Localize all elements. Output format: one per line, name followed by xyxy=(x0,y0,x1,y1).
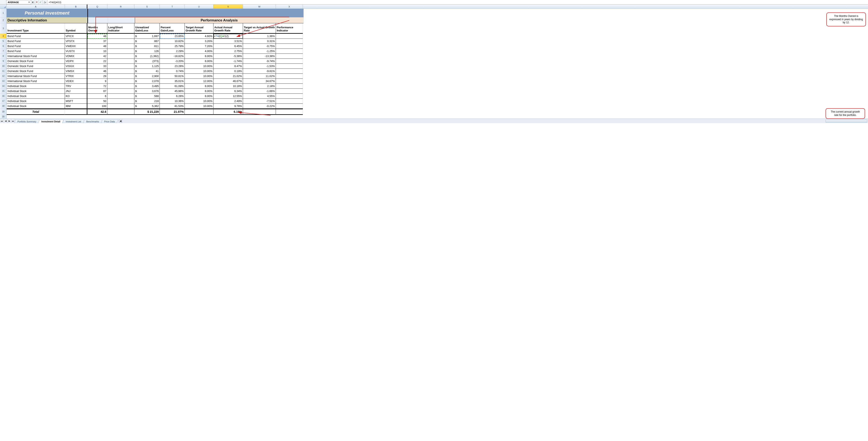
cell-investment-type[interactable]: Individual Stock xyxy=(7,94,65,99)
cell-pct-gain[interactable]: 23.28% xyxy=(160,64,185,69)
sheet-tab[interactable]: Investment List xyxy=(62,120,85,123)
cell-target-vs-actual[interactable]: -1.53% xyxy=(243,64,276,69)
cell-actual-growth-editing[interactable]: =T4/(Q4/12) xyxy=(214,34,243,39)
cell-pct-gain[interactable]: 6.28% xyxy=(160,94,185,99)
col-header-X[interactable]: X xyxy=(276,5,303,8)
cell-gain-loss[interactable]: $126 xyxy=(134,49,160,54)
cell-symbol[interactable]: VDMIX xyxy=(65,54,87,59)
cell-investment-type[interactable]: Bond Fund xyxy=(7,34,65,39)
cell-symbol[interactable]: VUSTX xyxy=(65,49,87,54)
col-header-U[interactable]: U xyxy=(185,5,214,8)
cell-investment-type[interactable]: Individual Stock xyxy=(7,84,65,89)
row-header[interactable]: 18 xyxy=(0,104,7,109)
cell-target-vs-actual[interactable]: 34.67% xyxy=(243,79,276,84)
cell-perf-indicator[interactable] xyxy=(276,79,303,84)
cell-long-short[interactable] xyxy=(107,49,134,54)
row-header[interactable]: 16 xyxy=(0,94,7,99)
cell-perf-indicator[interactable] xyxy=(276,99,303,104)
cell-pct-gain[interactable]: -18.82% xyxy=(160,54,185,59)
cell-months-owned[interactable]: 6 xyxy=(87,94,107,99)
cell-symbol[interactable]: VWEHX xyxy=(65,44,87,49)
cell-investment-type[interactable]: International Stock Fund xyxy=(7,74,65,79)
cell-actual-growth[interactable]: 0.19% xyxy=(214,69,243,74)
cell-investment-type[interactable]: International Stock Fund xyxy=(7,54,65,59)
cell-gain-loss[interactable]: $2,078 xyxy=(134,79,160,84)
cell-investment-type[interactable]: Individual Stock xyxy=(7,104,65,109)
cell-target-vs-actual[interactable]: -9.74% xyxy=(243,59,276,64)
cell-long-short[interactable] xyxy=(107,64,134,69)
cell-target-vs-actual[interactable]: -1.25% xyxy=(243,49,276,54)
cell-perf-indicator[interactable] xyxy=(276,44,303,49)
row-header[interactable]: 17 xyxy=(0,99,7,104)
cell-target-vs-actual[interactable]: -7.51% xyxy=(243,99,276,104)
chevron-down-icon[interactable]: ▾ xyxy=(29,1,30,3)
cell-gain-loss[interactable]: $1,125 xyxy=(134,64,160,69)
cell-pct-gain[interactable]: 10.36% xyxy=(160,99,185,104)
cell-target-growth[interactable]: 8.00% xyxy=(185,59,214,64)
cell-long-short[interactable] xyxy=(107,84,134,89)
cell-long-short[interactable] xyxy=(107,39,134,44)
row-header[interactable]: 1 xyxy=(0,9,7,18)
cell-target-growth[interactable]: 3.20% xyxy=(185,39,214,44)
cell-symbol[interactable]: MSFT xyxy=(65,99,87,104)
cell-symbol[interactable]: VEIEX xyxy=(65,79,87,84)
cell-gain-loss[interactable]: $218 xyxy=(134,99,160,104)
cell-gain-loss[interactable]: $5,362 xyxy=(134,104,160,109)
cell-perf-indicator[interactable] xyxy=(276,54,303,59)
cell-actual-growth[interactable]: 3.51% xyxy=(214,39,243,44)
cell-target-growth[interactable]: 8.00% xyxy=(185,94,214,99)
cell-pct-gain[interactable]: 0.74% xyxy=(160,69,185,74)
cell-long-short[interactable] xyxy=(107,104,134,109)
cell-long-short[interactable] xyxy=(107,54,134,59)
cell-long-short[interactable] xyxy=(107,74,134,79)
cell-long-short[interactable] xyxy=(107,99,134,104)
cell-investment-type[interactable]: Bond Fund xyxy=(7,44,65,49)
cell-target-vs-actual[interactable]: -13.38% xyxy=(243,54,276,59)
cell-actual-growth[interactable]: 46.67% xyxy=(214,79,243,84)
cell-symbol[interactable]: VISGX xyxy=(65,64,87,69)
hscroll-left-icon[interactable]: ◀ xyxy=(119,119,122,123)
row-header[interactable]: 12 xyxy=(0,74,7,79)
cell-perf-indicator[interactable] xyxy=(276,69,303,74)
cancel-icon[interactable]: ✕ xyxy=(35,0,39,4)
cell-pct-gain[interactable]: 45.98% xyxy=(160,89,185,94)
cell-target-vs-actual[interactable]: 0.31% xyxy=(243,39,276,44)
cell-perf-indicator[interactable] xyxy=(276,84,303,89)
fx-icon[interactable]: ƒx xyxy=(42,0,48,4)
cell-actual-growth[interactable]: 9.78% xyxy=(214,104,243,109)
cell-investment-type[interactable]: Individual Stock xyxy=(7,99,65,104)
cell-pct-gain[interactable]: 81.53% xyxy=(160,104,185,109)
cell-months-owned[interactable]: 42 xyxy=(87,54,107,59)
cell-symbol[interactable]: VFSTX xyxy=(65,39,87,44)
row-header[interactable]: 5 xyxy=(0,39,7,44)
cell-target-vs-actual[interactable]: -9.81% xyxy=(243,69,276,74)
cell-pct-gain[interactable]: 2.29% xyxy=(160,49,185,54)
cell-target-growth[interactable]: 4.00% xyxy=(185,49,214,54)
cell-long-short[interactable] xyxy=(107,34,134,39)
cell-months-owned[interactable]: 37 xyxy=(87,39,107,44)
cell-target-vs-actual[interactable]: -0.75% xyxy=(243,44,276,49)
cell-target-growth[interactable]: 12.00% xyxy=(185,79,214,84)
row-header[interactable]: 9 xyxy=(0,59,7,64)
cell-months-owned[interactable]: 48 xyxy=(87,44,107,49)
cell-actual-growth[interactable]: -5.38% xyxy=(214,54,243,59)
row-header[interactable]: 2 xyxy=(0,18,7,23)
cell-gain-loss[interactable]: $811 xyxy=(134,44,160,49)
cell-pct-gain[interactable]: 10.82% xyxy=(160,39,185,44)
col-header-T[interactable]: T xyxy=(160,5,185,8)
cell-investment-type[interactable]: Bond Fund xyxy=(7,49,65,54)
next-sheet-icon[interactable]: ▶ xyxy=(7,119,11,123)
cell-perf-indicator[interactable] xyxy=(276,34,303,39)
cell-gain-loss[interactable]: $588 xyxy=(134,94,160,99)
cell-target-growth[interactable]: 10.00% xyxy=(185,64,214,69)
col-header-V[interactable]: V xyxy=(214,5,243,8)
row-header[interactable]: 13 xyxy=(0,79,7,84)
cell-investment-type[interactable]: International Stock Fund xyxy=(7,79,65,84)
cell-actual-growth[interactable]: 10.18% xyxy=(214,84,243,89)
cell-actual-growth[interactable]: 8.47% xyxy=(214,64,243,69)
cell-investment-type[interactable]: Bond Fund xyxy=(7,39,65,44)
enter-icon[interactable]: ✓ xyxy=(39,0,42,4)
cell-months-owned[interactable]: 46 xyxy=(87,69,107,74)
row-header[interactable]: 14 xyxy=(0,84,7,89)
cell-pct-gain[interactable]: 50.81% xyxy=(160,74,185,79)
